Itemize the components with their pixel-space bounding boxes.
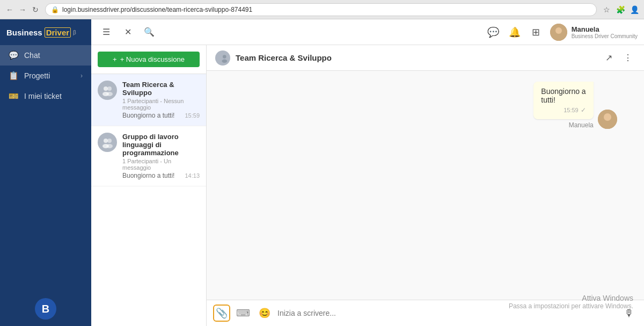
discussion-avatar-team [98, 81, 117, 100]
address-bar[interactable]: 🔒 login.businessdriver.pro/discussione/t… [45, 3, 597, 16]
user-menu[interactable]: Manuela Business Driver Community [550, 24, 638, 41]
discussion-item-gruppo[interactable]: Gruppo di lavoro linguaggi di programmaz… [91, 126, 206, 186]
chat-input-area: 📎 ⌨ 😊 🎙 [207, 300, 644, 326]
avatar-image [550, 24, 567, 41]
logo-business: Business [6, 28, 42, 37]
discussion-panel: + + Nuova discussione [91, 45, 207, 326]
group-icon-2 [101, 136, 113, 148]
sidebar-item-tickets[interactable]: 🎫 I miei ticket [0, 86, 91, 106]
message-meta: 15:59 ✓ [541, 106, 586, 114]
svg-point-10 [106, 144, 113, 148]
discussion-name-team: Team Ricerca & Sviluppo [122, 81, 200, 97]
svg-point-4 [107, 86, 112, 91]
more-options-button[interactable]: ⋮ [620, 50, 635, 66]
new-discussion-button[interactable]: + + Nuova discussione [98, 52, 200, 67]
chat-area: Team Ricerca & Sviluppo ↗ ⋮ Buongiorno a… [207, 45, 644, 326]
svg-point-12 [223, 55, 226, 59]
sidebar-item-chat-label: Chat [24, 51, 40, 60]
attachment-icon: 📎 [216, 307, 228, 319]
chat-icon: 💬 [9, 50, 19, 60]
user-subtitle: Business Driver Community [572, 33, 638, 39]
discussion-meta-gruppo: 1 Partecipanti - Un messaggio [122, 158, 200, 171]
refresh-button[interactable]: ↻ [30, 4, 41, 15]
menu-button[interactable]: ☰ [98, 24, 115, 41]
browser-nav-buttons: ← → ↻ [4, 4, 41, 15]
logo-driver: Driver [45, 27, 71, 38]
progetti-icon: 📋 [9, 71, 19, 81]
close-button[interactable]: ✕ [119, 24, 136, 41]
keyboard-button[interactable]: ⌨ [235, 305, 252, 322]
browser-actions: ☆ 🧩 👤 [601, 4, 640, 15]
sidebar-item-tickets-label: I miei ticket [24, 92, 62, 100]
chat-header-avatar [215, 50, 230, 66]
new-discussion-label: + Nuova discussione [120, 55, 185, 63]
star-button[interactable]: ☆ [601, 4, 612, 15]
chat-action-icon[interactable]: 💬 [486, 25, 501, 40]
external-link-button[interactable]: ↗ [601, 50, 616, 66]
svg-point-14 [222, 59, 227, 63]
mic-button[interactable]: 🎙 [620, 305, 638, 322]
tickets-icon: 🎫 [9, 91, 19, 101]
message-input[interactable] [277, 309, 616, 317]
discussion-list: Team Ricerca & Sviluppo 1 Partecipanti -… [91, 74, 206, 326]
message-sender-label: Manuela [569, 121, 594, 129]
discussion-info-gruppo: Gruppo di lavoro linguaggi di programmaz… [122, 133, 200, 179]
svg-point-8 [107, 139, 112, 143]
discussion-info-team: Team Ricerca & Sviluppo 1 Partecipanti -… [122, 81, 200, 119]
mic-icon: 🎙 [624, 308, 634, 319]
emoji-button[interactable]: 😊 [256, 305, 273, 322]
discussion-avatar-gruppo [98, 133, 117, 152]
profile-button[interactable]: 👤 [629, 4, 640, 15]
plus-icon: + [113, 55, 117, 63]
url-text: login.businessdriver.pro/discussione/tea… [62, 6, 252, 13]
extensions-button[interactable]: 🧩 [615, 4, 626, 15]
message-bubble: Buongiorno a tutti! 15:59 ✓ [533, 82, 593, 119]
logo: Business Driver β [6, 27, 76, 38]
svg-point-6 [106, 92, 113, 96]
chat-header: Team Ricerca & Sviluppo ↗ ⋮ [207, 45, 644, 71]
topbar: ☰ ✕ 🔍 💬 🔔 ⊞ Manuela [91, 19, 644, 45]
content: + + Nuova discussione [91, 45, 644, 326]
discussion-time-team: 15:59 [185, 112, 200, 119]
message-text: Buongiorno a tutti! [541, 87, 586, 104]
sidebar-header: Business Driver β [0, 19, 91, 45]
svg-point-3 [104, 86, 108, 91]
notifications-icon[interactable]: 🔔 [507, 25, 522, 40]
discussion-panel-header: + + Nuova discussione [91, 45, 206, 74]
sidebar-footer: B [0, 292, 91, 326]
back-button[interactable]: ← [4, 4, 15, 15]
avatar-info: Manuela Business Driver Community [572, 25, 638, 39]
sidebar-item-chat[interactable]: 💬 Chat [0, 45, 91, 66]
message-bubble-wrapper: Buongiorno a tutti! 15:59 ✓ Manuela [533, 82, 593, 129]
svg-point-1 [555, 27, 562, 34]
svg-point-16 [604, 113, 611, 121]
group-icon [101, 84, 113, 96]
windows-icon[interactable]: ⊞ [529, 25, 544, 40]
sidebar-item-progetti-label: Progetti [24, 71, 50, 80]
discussion-time-gruppo: 14:13 [185, 172, 200, 179]
chat-group-icon [218, 53, 228, 63]
browser-chrome: ← → ↻ 🔒 login.businessdriver.pro/discuss… [0, 0, 644, 19]
discussion-meta-team: 1 Partecipanti - Nessun messaggio [122, 98, 200, 111]
keyboard-icon: ⌨ [236, 307, 250, 319]
svg-point-7 [104, 139, 108, 143]
sidebar-bottom-logo: B [35, 298, 56, 320]
discussion-bottom-gruppo: Buongiorno a tutti! 14:13 [122, 172, 200, 179]
sidebar: Business Driver β 💬 Chat 📋 Progetti › 🎫 … [0, 19, 91, 326]
chat-header-name: Team Ricerca & Sviluppo [236, 53, 332, 62]
attachment-button[interactable]: 📎 [213, 305, 230, 322]
chat-messages: Buongiorno a tutti! 15:59 ✓ Manuela [207, 71, 644, 300]
forward-button[interactable]: → [17, 4, 28, 15]
discussion-item-team[interactable]: Team Ricerca & Sviluppo 1 Partecipanti -… [91, 74, 206, 126]
lock-icon: 🔒 [51, 6, 59, 13]
message-row: Buongiorno a tutti! 15:59 ✓ Manuela [533, 82, 633, 129]
discussion-preview-gruppo: Buongiorno a tutti! [122, 172, 174, 179]
avatar [550, 24, 567, 41]
search-button[interactable]: 🔍 [141, 24, 158, 41]
message-check-icon: ✓ [581, 106, 586, 114]
chat-header-actions: ↗ ⋮ [601, 50, 635, 66]
emoji-icon: 😊 [259, 307, 270, 319]
topbar-right: 💬 🔔 ⊞ Manuela Business Driver Community [486, 24, 638, 41]
user-name: Manuela [572, 25, 638, 33]
sidebar-item-progetti[interactable]: 📋 Progetti › [0, 66, 91, 86]
